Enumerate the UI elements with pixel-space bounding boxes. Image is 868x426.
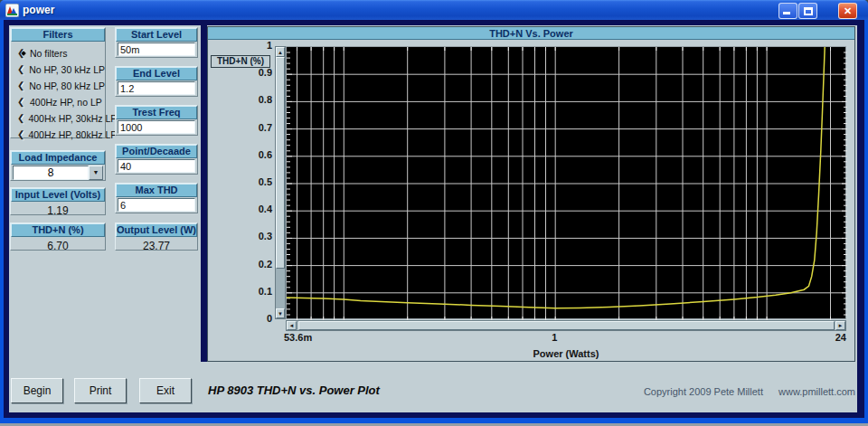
test-freq-input[interactable] — [118, 120, 195, 134]
maximize-button[interactable] — [798, 3, 817, 19]
minimize-icon — [783, 12, 790, 14]
close-button[interactable]: ✕ — [838, 3, 857, 19]
y-tick-label: 0.8 — [209, 94, 272, 105]
radio-button-icon: ❮ — [17, 98, 26, 107]
test-freq-label: Trest Freq — [116, 106, 197, 119]
app-icon — [5, 4, 19, 17]
exit-button[interactable]: Exit — [139, 378, 192, 403]
input-level-label: Input Level (Volts) — [11, 188, 105, 202]
output-level-value: 23.77 — [116, 237, 197, 252]
chart-panel: THD+N Vs. Power THD+N (%) 10.90.80.70.60… — [207, 26, 855, 362]
end-level-group: End Level — [115, 66, 198, 97]
copyright-text: Copyright 2009 Pete Millett — [644, 386, 763, 397]
y-tick-label: 0.5 — [209, 176, 272, 187]
radio-label: 400Hz HP, 80kHz LP — [28, 129, 117, 140]
copyright-row: Copyright 2009 Pete Millett www.pmillett… — [624, 386, 855, 397]
thd-n-label: THD+N (%) — [11, 223, 105, 237]
scroll-left-icon[interactable]: ◄ — [287, 321, 297, 330]
plot-area — [286, 46, 846, 319]
begin-button[interactable]: Begin — [11, 378, 63, 403]
window-title: power — [23, 4, 54, 16]
x-tick-label: 24 — [835, 332, 846, 343]
dropdown-arrow-icon[interactable]: ▼ — [89, 166, 103, 180]
radio-label: 400Hx HP, 30kHz LP — [28, 113, 117, 124]
thd-n-value: 6.70 — [11, 237, 105, 252]
max-thd-label: Max THD — [116, 184, 197, 197]
load-impedance-group: Load Impedance 8 ▼ — [10, 150, 106, 181]
radio-button-icon: ❮ — [17, 81, 25, 90]
points-per-decade-group: Point/Decaade — [115, 144, 198, 175]
load-impedance-value: 8 — [13, 166, 89, 180]
thd-n-group: THD+N (%) 6.70 — [10, 222, 106, 251]
end-level-label: End Level — [116, 67, 197, 80]
titlebar[interactable]: power ✕ — [0, 0, 868, 20]
print-button[interactable]: Print — [74, 378, 127, 403]
maximize-icon — [804, 7, 813, 15]
minimize-button[interactable] — [778, 3, 797, 19]
y-tick-label: 0.2 — [209, 259, 272, 270]
output-level-group: Output Level (W) 23.77 — [115, 222, 198, 251]
y-tick-label: 0.9 — [209, 67, 272, 78]
load-impedance-label: Load Impedance — [11, 151, 105, 165]
points-per-decade-input[interactable] — [118, 159, 195, 173]
scroll-up-icon[interactable]: ▲ — [276, 47, 285, 57]
output-level-label: Output Level (W) — [116, 223, 197, 237]
radio-button-icon: ❮ — [17, 114, 24, 123]
radio-400hz-hp-no-lp[interactable]: ❮ 400Hz HP, no LP — [11, 94, 105, 110]
y-tick-label: 0.1 — [209, 286, 272, 297]
radio-400hz-hp-30khz-lp[interactable]: ❮ 400Hx HP, 30kHz LP — [11, 110, 105, 127]
input-level-group: Input Level (Volts) 1.19 — [10, 187, 106, 215]
y-axis-tick-labels: 10.90.80.70.60.50.40.30.20.10 — [208, 27, 272, 361]
load-impedance-select[interactable]: 8 ▼ — [13, 166, 103, 180]
max-thd-input[interactable] — [118, 198, 195, 212]
start-level-group: Start Level — [115, 27, 198, 58]
start-level-label: Start Level — [116, 28, 197, 42]
filters-group-title: Filters — [11, 28, 105, 42]
chart-vertical-scrollbar[interactable]: ▲ ▼ — [275, 46, 286, 319]
start-level-input[interactable] — [118, 43, 195, 56]
chart-title: THD+N Vs. Power — [208, 27, 854, 40]
radio-no-hp-80khz-lp[interactable]: ❮ No HP, 80 kHz LP — [11, 78, 105, 94]
radio-label: No HP, 80 kHz LP — [29, 80, 105, 91]
y-tick-label: 0.7 — [209, 122, 272, 133]
radio-label: No HP, 30 kHz LP — [29, 64, 105, 75]
radio-no-filters[interactable]: ❮ No filters — [11, 45, 105, 62]
radio-button-icon: ❮ — [17, 130, 24, 139]
scroll-down-icon[interactable]: ▼ — [276, 308, 285, 318]
y-tick-label: 0 — [209, 313, 272, 324]
radio-button-icon: ❮ — [17, 65, 25, 74]
radio-label: No filters — [30, 48, 67, 59]
points-per-decade-label: Point/Decaade — [116, 145, 197, 158]
radio-label: 400Hz HP, no LP — [30, 97, 102, 108]
x-axis-label: Power (Watts) — [286, 348, 846, 359]
app-window: power ✕ Filters ❮ No filters ❮ No HP, 30… — [0, 0, 868, 426]
thd-curve-chart — [287, 47, 847, 320]
x-tick-label: 53.6m — [284, 332, 312, 343]
radio-no-hp-30khz-lp[interactable]: ❮ No HP, 30 kHz LP — [11, 62, 105, 78]
y-tick-label: 1 — [209, 40, 272, 51]
filters-group: Filters ❮ No filters ❮ No HP, 30 kHz LP … — [10, 27, 106, 138]
y-tick-label: 0.3 — [209, 231, 272, 241]
input-level-value: 1.19 — [11, 202, 105, 217]
end-level-input[interactable] — [118, 81, 195, 95]
app-description: HP 8903 THD+N vs. Power Plot — [208, 383, 380, 397]
horizontal-scrollbar-thumb[interactable] — [298, 321, 835, 330]
test-freq-group: Trest Freq — [115, 105, 198, 136]
radio-400hz-hp-80khz-lp[interactable]: ❮ 400Hz HP, 80kHz LP — [11, 127, 105, 143]
y-tick-label: 0.4 — [209, 204, 272, 214]
website-text: www.pmillett.com — [778, 386, 855, 397]
max-thd-group: Max THD — [115, 183, 198, 213]
x-tick-label: 1 — [552, 332, 557, 343]
radio-button-icon: ❮ — [17, 49, 26, 58]
y-tick-label: 0.6 — [209, 149, 272, 160]
panel-divider — [201, 25, 207, 362]
vertical-scrollbar-thumb[interactable] — [276, 57, 285, 269]
chart-horizontal-scrollbar[interactable]: ◄ ► — [286, 320, 846, 331]
scroll-right-icon[interactable]: ► — [835, 321, 845, 330]
